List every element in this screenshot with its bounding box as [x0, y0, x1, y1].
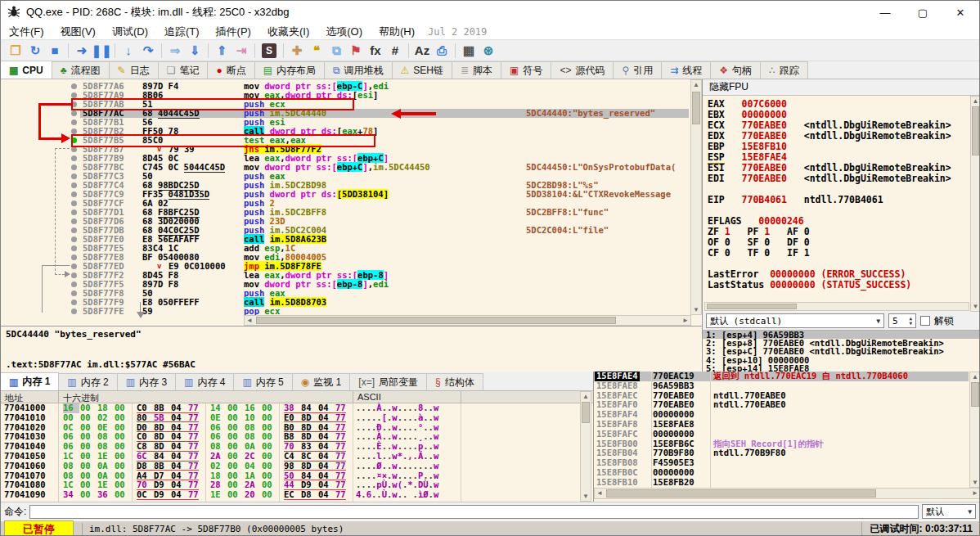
strings-icon[interactable]: S [262, 43, 276, 58]
tab-symbols[interactable]: ▣符号 [501, 61, 551, 79]
stack-row[interactable]: 15E8FB0C00000000 [594, 468, 969, 478]
label-icon[interactable]: ⧉ [326, 42, 346, 60]
instruction-dot[interactable] [71, 300, 77, 305]
instruction-dot[interactable] [71, 209, 77, 215]
instruction-dot[interactable] [71, 282, 77, 287]
calling-convention-select[interactable]: 默认 (stdcall)▼ [706, 313, 884, 328]
dump-byte[interactable]: 00 [227, 413, 244, 423]
hide-fpu-button[interactable]: 隐藏FPU [703, 79, 980, 96]
command-input[interactable] [29, 505, 919, 519]
tab-struct[interactable]: §结构体 [426, 373, 483, 390]
instruction-dot[interactable] [71, 173, 77, 179]
instruction-dot[interactable] [71, 146, 77, 152]
instruction-dot[interactable] [71, 182, 77, 188]
run-to-cursor-icon[interactable]: ⇒ [165, 42, 185, 60]
stack-row[interactable]: 15E8FAFC00000000 [594, 430, 969, 439]
tab-memory-5[interactable]: ▥内存 5 [233, 373, 292, 390]
dump-byte[interactable]: 0E [210, 413, 227, 423]
minimize-button[interactable]: — [866, 1, 904, 24]
assemble-az-icon[interactable]: Aᴢ [412, 42, 432, 60]
tab-memory-map[interactable]: ▤内存布局 [254, 61, 325, 79]
calculator-icon[interactable]: ▦ [459, 42, 479, 60]
dump-row[interactable]: 7704101000000200805B04770E001000E08D0477… [1, 413, 593, 423]
stack-row[interactable]: 15E8FAF815E8FAE8 [594, 420, 969, 430]
instruction-dot[interactable] [71, 200, 77, 206]
dump-byte[interactable]: 00 [80, 413, 97, 423]
dump-byte[interactable]: 34 [63, 490, 79, 500]
dump-byte[interactable]: 00 [262, 413, 278, 423]
stack-row[interactable]: 15E8FB04770B9F80ntdll.770B9F80 [594, 448, 969, 458]
dump-byte[interactable]: 00 [80, 462, 97, 471]
instruction-dot[interactable] [71, 101, 77, 107]
log-device-icon[interactable]: ⎙ [432, 42, 452, 60]
dump-vscrollbar[interactable]: ▲▼ [580, 391, 591, 502]
instruction-dot[interactable] [71, 83, 77, 89]
tab-seh[interactable]: ⚠SEH链 [392, 61, 452, 79]
step-over-icon[interactable]: ↷ [138, 42, 158, 60]
dump-byte[interactable]: 00 [80, 490, 97, 500]
open-folder-icon[interactable]: ❐ [6, 42, 25, 60]
dump-byte[interactable]: 00 [63, 413, 79, 423]
dump-byte[interactable]: 02 [97, 413, 114, 423]
registers-vscrollbar[interactable]: ▲▼ [970, 96, 980, 312]
tab-log[interactable]: ✎日志 [109, 61, 159, 79]
dump-byte[interactable]: 0A [97, 462, 114, 471]
tab-memory-3[interactable]: ▥内存 3 [117, 373, 176, 390]
dump-row[interactable]: 7704106008000A00D88B047702000400988D0477… [1, 462, 593, 471]
instruction-dot[interactable] [71, 273, 77, 278]
step-out-icon[interactable]: ⇓ [185, 42, 205, 60]
dump-byte[interactable]: 00 [227, 462, 244, 471]
dump-byte[interactable]: 02 [210, 462, 227, 471]
tab-watch-1[interactable]: ◉监视 1 [292, 373, 351, 390]
tab-trace[interactable]: ∴跟踪 [760, 61, 808, 79]
registers-list[interactable]: EAX 007C6000EBX 00000000ECX 770EABE0 <nt… [708, 99, 968, 302]
menu-3[interactable]: 调试(D) [104, 24, 156, 40]
tab-source[interactable]: <>源代码 [551, 61, 614, 79]
patches-icon[interactable]: ✚ [287, 42, 307, 60]
menu-8[interactable]: 帮助(H) [371, 24, 423, 40]
instruction-dot[interactable] [71, 92, 77, 98]
instruction-dot[interactable] [71, 110, 77, 116]
dump-byte[interactable]: 00 [262, 490, 278, 500]
switch-thread-icon[interactable]: ⇥ [232, 42, 251, 60]
stack-row[interactable]: 15E8FAF0770EABE0ntdll.770EABE0 [594, 400, 969, 410]
instruction-dot[interactable] [71, 263, 77, 269]
instruction-dot[interactable] [71, 309, 77, 314]
run-to-user-code-icon[interactable]: ⇑ [212, 42, 232, 60]
tab-threads[interactable]: ⇉线程 [661, 61, 711, 79]
breakpoint-dot[interactable] [71, 137, 77, 143]
tab-script[interactable]: ≣脚本 [452, 61, 501, 79]
globe-help-icon[interactable]: ⊛ [479, 42, 498, 60]
instruction-dot[interactable] [71, 164, 77, 170]
tab-references[interactable]: ⚲引用 [613, 61, 662, 79]
tab-memory-2[interactable]: ▥内存 2 [58, 373, 117, 390]
instruction-dot[interactable] [71, 191, 77, 197]
tab-breakpoints[interactable]: ●断点 [207, 61, 254, 79]
menu-7[interactable]: 选项(O) [317, 24, 371, 40]
menu-6[interactable]: 收藏夹(I) [259, 24, 317, 40]
tab-memory-4[interactable]: ▥内存 4 [175, 373, 234, 390]
stack-hscrollbar[interactable]: ◄► [594, 488, 980, 499]
instruction-dot[interactable] [71, 128, 77, 134]
stack-row[interactable]: 15E8FAF400000000 [594, 410, 969, 420]
dump-byte[interactable]: 00 [115, 462, 131, 471]
dump-byte[interactable]: 1E [210, 490, 227, 500]
instruction-dot[interactable] [71, 218, 77, 224]
dump-byte[interactable]: 00 [115, 490, 131, 500]
disassembly-panel[interactable]: 5D8F77A6897D F4mov dword ptr ss:[ebp-C],… [1, 79, 703, 326]
menu-2[interactable]: 视图(V) [52, 24, 104, 40]
dump-rows[interactable]: 7704100016001800C08B04771400160038840477… [1, 403, 593, 502]
instruction-dot[interactable] [71, 155, 77, 161]
dump-byte[interactable]: 10 [245, 413, 261, 423]
close-button[interactable]: ✕ [942, 1, 979, 24]
disasm-vscrollbar[interactable]: ▲▼ [690, 79, 702, 315]
arguments-panel[interactable]: 1: [esp+4] 96A59BB32: [esp+8] 770EABE0 <… [703, 330, 980, 372]
bookmark-icon[interactable]: ⚑ [346, 42, 366, 60]
disasm-hscrollbar[interactable]: ◄► [244, 315, 691, 326]
stack-row[interactable]: 15E8FAE4770EAC19返回到 ntdll.770EAC19 自 ntd… [594, 372, 969, 381]
maximize-button[interactable]: ▢ [904, 1, 942, 24]
registers-hscrollbar[interactable] [704, 302, 969, 311]
comment-icon[interactable]: ❝ [307, 42, 326, 60]
stop-icon[interactable]: ■ [45, 42, 65, 60]
dump-byte[interactable]: 04 [245, 462, 261, 471]
